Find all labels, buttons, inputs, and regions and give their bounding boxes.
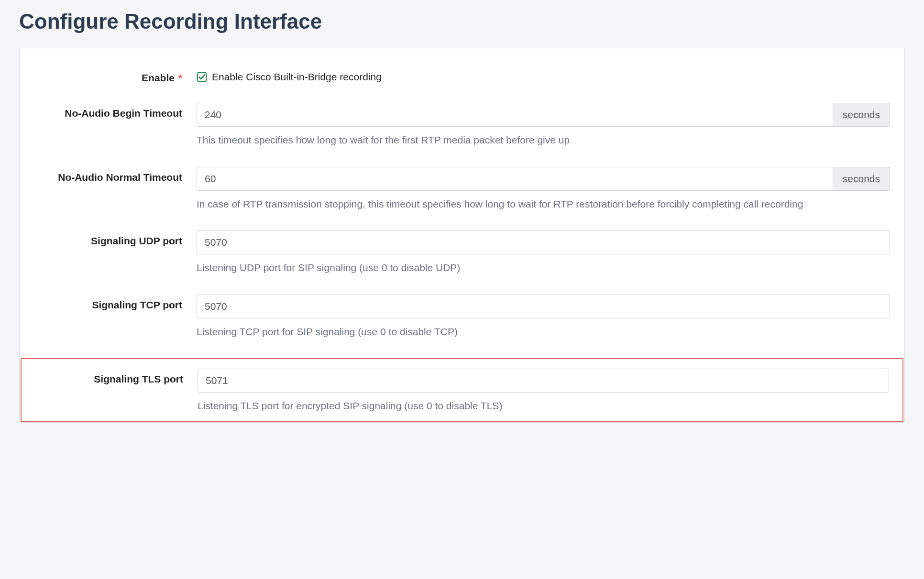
unit-seconds: seconds (833, 103, 890, 127)
help-sig-tcp: Listening TCP port for SIP signaling (us… (197, 324, 890, 339)
no-audio-normal-input[interactable] (197, 167, 833, 191)
control-sig-tls: Listening TLS port for encrypted SIP sig… (198, 369, 889, 414)
input-group-no-audio-normal: seconds (197, 167, 890, 191)
input-group-no-audio-begin: seconds (197, 103, 890, 127)
page-title: Configure Recording Interface (19, 10, 905, 33)
row-sig-tcp: Signaling TCP port Listening TCP port fo… (34, 295, 890, 339)
help-no-audio-begin: This timeout specifies how long to wait … (197, 132, 890, 148)
control-no-audio-normal: seconds In case of RTP transmission stop… (197, 167, 890, 212)
label-no-audio-begin: No-Audio Begin Timeout (34, 103, 197, 119)
sig-tls-input[interactable] (198, 369, 889, 393)
control-sig-udp: Listening UDP port for SIP signaling (us… (197, 230, 890, 275)
label-sig-tcp: Signaling TCP port (34, 295, 197, 311)
row-enable: Enable * Enable Cisco Built-in-Bridge re… (34, 67, 890, 84)
control-enable: Enable Cisco Built-in-Bridge recording (197, 67, 890, 83)
help-sig-tls: Listening TLS port for encrypted SIP sig… (198, 398, 889, 414)
enable-checkbox-label: Enable Cisco Built-in-Bridge recording (212, 71, 382, 83)
label-enable-text: Enable (142, 72, 175, 83)
help-no-audio-normal: In case of RTP transmission stopping, th… (197, 197, 890, 212)
sig-tcp-input[interactable] (197, 295, 890, 318)
label-enable: Enable * (34, 67, 197, 84)
unit-seconds: seconds (833, 167, 890, 191)
label-no-audio-normal: No-Audio Normal Timeout (34, 167, 197, 183)
enable-checkbox-row[interactable]: Enable Cisco Built-in-Bridge recording (197, 67, 890, 83)
config-panel: Enable * Enable Cisco Built-in-Bridge re… (19, 48, 905, 423)
row-no-audio-normal: No-Audio Normal Timeout seconds In case … (34, 167, 890, 212)
help-sig-udp: Listening UDP port for SIP signaling (us… (197, 260, 890, 275)
no-audio-begin-input[interactable] (197, 103, 833, 127)
row-sig-tls: Signaling TLS port Listening TLS port fo… (35, 369, 889, 414)
control-no-audio-begin: seconds This timeout specifies how long … (197, 103, 890, 148)
highlight-sig-tls: Signaling TLS port Listening TLS port fo… (21, 358, 903, 422)
sig-udp-input[interactable] (197, 230, 890, 254)
checkbox-checked-icon[interactable] (197, 72, 207, 82)
row-sig-udp: Signaling UDP port Listening UDP port fo… (34, 230, 890, 275)
label-sig-udp: Signaling UDP port (34, 230, 197, 247)
label-sig-tls: Signaling TLS port (35, 369, 198, 385)
row-no-audio-begin: No-Audio Begin Timeout seconds This time… (34, 103, 890, 148)
control-sig-tcp: Listening TCP port for SIP signaling (us… (197, 295, 890, 339)
required-asterisk: * (178, 72, 182, 83)
